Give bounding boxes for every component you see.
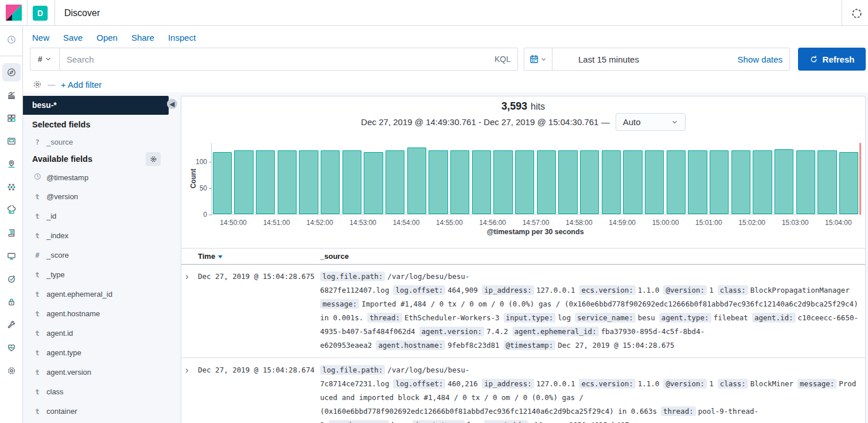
histogram-bar-15:03:00[interactable] (796, 150, 816, 214)
field-item-agent.type[interactable]: tagent.type (33, 348, 159, 357)
histogram-bar-15:03:30[interactable] (818, 150, 837, 214)
histogram-bar-14:50:30[interactable] (256, 150, 275, 214)
field-item-_source[interactable]: ?_source (33, 138, 159, 146)
logs-icon (7, 228, 16, 238)
histogram-chart[interactable]: 05010014:50:0014:51:0014:52:0014:53:0014… (211, 143, 859, 215)
histogram-bar-14:56:30[interactable] (515, 150, 535, 214)
field-item-_index[interactable]: t_index (33, 231, 159, 240)
sidebar-collapse-button[interactable]: ◀ (167, 99, 177, 109)
histogram-bar-14:58:30[interactable] (602, 150, 621, 214)
rail-item-logs[interactable] (0, 222, 23, 245)
histogram-bar-14:49:30[interactable] (213, 152, 232, 214)
rail-item-visualize[interactable] (0, 84, 23, 107)
field-key-badge: log.file.path: (320, 365, 385, 375)
help-icon[interactable] (851, 7, 862, 19)
menu-share[interactable]: Share (131, 33, 154, 42)
histogram-bar-15:02:00[interactable] (753, 150, 772, 214)
histogram-bar-14:57:00[interactable] (537, 150, 556, 214)
show-dates-link[interactable]: Show dates (738, 55, 789, 64)
histogram-bar-15:01:30[interactable] (731, 150, 751, 214)
field-item-@version[interactable]: t@version (33, 192, 159, 201)
field-key-badge: thread: (661, 406, 696, 416)
histogram-bar-15:00:00[interactable] (667, 150, 686, 214)
y-tick-label: 100 (190, 158, 207, 166)
field-item-class[interactable]: tclass (33, 387, 159, 396)
time-column-header[interactable]: Time (198, 252, 223, 261)
menu-open[interactable]: Open (96, 33, 118, 42)
field-item-agent.ephemeral_id[interactable]: tagent.ephemeral_id (33, 290, 159, 298)
field-name: _id (46, 212, 56, 220)
available-fields-title: Available fields (32, 154, 92, 164)
histogram-bar-15:00:30[interactable] (688, 150, 707, 214)
rail-item-discover[interactable] (0, 61, 23, 84)
rail-item-machine-learning[interactable] (0, 176, 23, 199)
kql-toggle[interactable]: KQL (495, 55, 517, 64)
interval-select[interactable]: Auto (616, 113, 686, 131)
x-tick-label: 15:03:00 (782, 219, 809, 227)
menu-new[interactable]: New (32, 33, 49, 42)
field-value: 1 (709, 286, 714, 294)
field-key-badge: log.file.path: (320, 271, 385, 281)
y-tick-label: 0 (190, 211, 207, 219)
histogram-bar-14:58:00[interactable] (580, 150, 600, 214)
rail-item-uptime[interactable] (0, 267, 23, 290)
field-value: 7.4.2 (486, 327, 508, 336)
menu-inspect[interactable]: Inspect (168, 33, 196, 42)
field-name: class (46, 387, 64, 396)
histogram-bar-14:56:00[interactable] (493, 150, 513, 214)
histogram-bar-14:59:30[interactable] (645, 150, 664, 214)
machine-learning-icon (7, 183, 16, 192)
discover-icon (2, 63, 21, 82)
field-item-@timestamp[interactable]: @timestamp (33, 173, 159, 182)
field-item-container[interactable]: tcontainer (33, 407, 159, 416)
histogram-bar-14:55:30[interactable] (472, 150, 492, 214)
histogram-bar-15:01:00[interactable] (710, 150, 729, 214)
rail-item-siem[interactable] (0, 290, 23, 313)
refresh-button[interactable]: Refresh (798, 48, 866, 71)
rail-item-recently-viewed[interactable] (0, 26, 23, 53)
search-input[interactable]: Search (60, 55, 495, 64)
add-filter-link[interactable]: + Add filter (61, 80, 102, 90)
rail-item-infrastructure[interactable] (0, 199, 23, 222)
field-item-agent.hostname[interactable]: tagent.hostname (33, 309, 159, 318)
histogram-bar-14:50:00[interactable] (234, 150, 254, 214)
field-item-agent.id[interactable]: tagent.id (33, 329, 159, 337)
field-item-agent.version[interactable]: tagent.version (33, 368, 159, 377)
expand-row-icon[interactable]: › (185, 365, 189, 375)
rail-item-canvas[interactable] (0, 130, 23, 153)
calendar-button[interactable] (524, 48, 552, 70)
rail-item-management[interactable] (0, 359, 23, 382)
rail-item-dev-tools[interactable] (0, 313, 23, 336)
hits-count: 3,593 (501, 100, 527, 112)
time-range-value[interactable]: Last 15 minutes (552, 55, 738, 64)
histogram-bar-14:51:30[interactable] (299, 150, 318, 214)
expand-row-icon[interactable]: › (185, 271, 189, 281)
field-settings-button[interactable] (146, 152, 161, 166)
histogram-bar-14:51:00[interactable] (278, 150, 297, 214)
histogram-bar-14:59:00[interactable] (623, 150, 643, 214)
histogram-bar-14:53:30[interactable] (386, 150, 405, 214)
histogram-bar-14:53:00[interactable] (364, 152, 383, 214)
rail-item-apm[interactable] (0, 245, 23, 267)
histogram-bar-15:04:00[interactable] (839, 152, 859, 214)
field-item-_score[interactable]: #_score (33, 251, 159, 259)
histogram-bar-14:54:00[interactable] (407, 148, 427, 214)
index-pattern-selector[interactable]: besu-* (23, 96, 169, 115)
filter-type-button[interactable]: # (30, 48, 60, 70)
field-item-_id[interactable]: t_id (33, 212, 159, 220)
field-key-badge: agent.version: (419, 327, 484, 336)
histogram-bar-14:54:30[interactable] (429, 150, 448, 214)
rail-item-stack-monitoring[interactable] (0, 336, 23, 359)
histogram-bar-14:57:30[interactable] (558, 150, 578, 214)
rail-item-maps[interactable] (0, 153, 23, 176)
menu-save[interactable]: Save (63, 33, 83, 42)
histogram-bar-14:52:30[interactable] (342, 150, 362, 214)
field-item-_type[interactable]: t_type (33, 270, 159, 279)
rail-item-dashboard[interactable] (0, 107, 23, 130)
field-name: _source (46, 138, 73, 146)
histogram-bar-15:02:30[interactable] (774, 149, 794, 214)
kibana-logo-icon[interactable] (6, 5, 22, 23)
filter-settings-gear-icon[interactable] (33, 80, 42, 89)
histogram-bar-14:55:00[interactable] (450, 150, 470, 214)
histogram-bar-14:52:00[interactable] (321, 150, 340, 214)
